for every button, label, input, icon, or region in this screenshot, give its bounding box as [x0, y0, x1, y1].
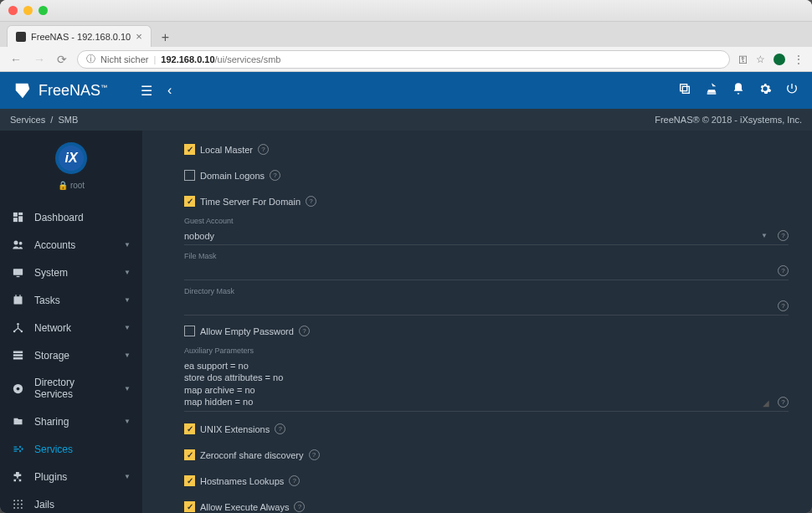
svg-point-25 [18, 500, 19, 501]
sidebar-user[interactable]: 🔒 root [58, 181, 85, 190]
key-icon[interactable]: ⚿ [738, 54, 748, 64]
hostnames-lookups-checkbox[interactable] [184, 475, 195, 486]
lock-icon: 🔒 [58, 181, 68, 190]
power-icon[interactable] [785, 82, 799, 99]
aux-params-label: Auxiliary Parameters [184, 346, 789, 355]
browser-menu-icon[interactable]: ⋮ [794, 54, 804, 65]
help-icon[interactable]: ? [258, 144, 269, 155]
svg-point-7 [19, 242, 23, 245]
sidebar-item-label: Jails [34, 499, 54, 510]
chevron-down-icon: ▼ [124, 351, 131, 359]
star-icon[interactable]: ☆ [756, 54, 765, 65]
help-icon[interactable]: ? [289, 475, 300, 486]
theme-icon[interactable] [705, 82, 718, 99]
sidebar-item-jails[interactable]: Jails [0, 490, 142, 513]
sidebar-item-label: Plugins [34, 471, 67, 483]
directory-mask-input[interactable] [184, 301, 773, 311]
svg-point-27 [13, 504, 15, 505]
help-icon[interactable]: ? [275, 423, 285, 434]
svg-point-32 [21, 507, 23, 509]
svg-rect-8 [13, 269, 23, 275]
help-icon[interactable]: ? [309, 449, 320, 460]
chevron-down-icon: ▼ [124, 385, 131, 392]
zeroconf-checkbox[interactable] [184, 449, 195, 460]
sidebar-logo: iX 🔒 root [0, 131, 142, 197]
window-close-button[interactable] [8, 6, 18, 15]
help-icon[interactable]: ? [299, 326, 310, 336]
svg-rect-2 [13, 213, 18, 217]
info-icon[interactable]: ⓘ [86, 53, 95, 65]
help-icon[interactable]: ? [778, 300, 789, 311]
help-icon[interactable]: ? [294, 501, 305, 512]
settings-icon[interactable] [758, 82, 772, 99]
svg-point-21 [19, 446, 21, 448]
nav-forward-button[interactable]: → [32, 53, 47, 66]
browser-tab[interactable]: FreeNAS - 192.168.0.10 × [7, 25, 152, 47]
sidebar-item-directory-services[interactable]: Directory Services▼ [0, 369, 142, 408]
chevron-down-icon: ▼ [124, 269, 131, 276]
guest-account-select[interactable]: nobody▼? [184, 227, 789, 245]
sidebar-item-accounts[interactable]: Accounts▼ [0, 231, 142, 259]
help-icon[interactable]: ? [778, 265, 789, 276]
window-minimize-button[interactable] [23, 6, 33, 15]
svg-rect-4 [18, 216, 23, 222]
brand-icon [13, 81, 32, 100]
svg-point-23 [19, 450, 21, 452]
allow-execute-label: Allow Execute Always [200, 502, 289, 512]
nav-back-button[interactable]: ← [8, 53, 23, 66]
sidebar-item-services[interactable]: Services [0, 435, 142, 463]
copy-icon[interactable] [678, 82, 691, 99]
local-master-checkbox[interactable] [184, 144, 195, 155]
resize-icon[interactable]: ◢ [763, 398, 773, 408]
window-maximize-button[interactable] [39, 6, 48, 15]
notifications-icon[interactable] [732, 82, 745, 99]
help-icon[interactable]: ? [306, 196, 316, 207]
chevron-down-icon: ▼ [124, 324, 131, 331]
window-titlebar [0, 0, 812, 22]
new-tab-button[interactable]: + [157, 28, 174, 47]
brand-text: FreeNAS [39, 82, 100, 99]
help-icon[interactable]: ? [270, 170, 280, 181]
menu-toggle-icon[interactable]: ☰ [141, 83, 152, 99]
unix-extensions-label: UNIX Extensions [200, 424, 270, 434]
help-icon[interactable]: ? [778, 397, 789, 408]
sidebar-item-sharing[interactable]: Sharing▼ [0, 408, 142, 435]
time-server-checkbox[interactable] [184, 196, 195, 207]
sidebar-item-tasks[interactable]: Tasks▼ [0, 286, 142, 314]
svg-point-20 [17, 387, 20, 390]
svg-rect-10 [14, 296, 23, 304]
nav-reload-button[interactable]: ⟳ [55, 53, 69, 66]
back-icon[interactable]: ‹ [167, 83, 172, 98]
sidebar-username: root [70, 181, 85, 190]
tab-close-icon[interactable]: × [136, 30, 142, 43]
svg-rect-12 [19, 295, 20, 297]
tab-title: FreeNAS - 192.168.0.10 [31, 32, 131, 42]
svg-point-29 [21, 504, 23, 505]
svg-rect-1 [681, 85, 687, 91]
file-mask-input[interactable] [184, 266, 773, 276]
svg-point-28 [18, 504, 19, 505]
allow-execute-checkbox[interactable] [184, 501, 195, 512]
help-icon[interactable]: ? [778, 230, 789, 241]
svg-point-22 [22, 449, 23, 450]
breadcrumb-services[interactable]: Services [10, 115, 45, 125]
sidebar-item-network[interactable]: Network▼ [0, 314, 142, 341]
hostnames-lookups-label: Hostnames Lookups [200, 476, 284, 486]
sidebar-item-system[interactable]: System▼ [0, 259, 142, 286]
unix-extensions-checkbox[interactable] [184, 423, 195, 434]
domain-logons-checkbox[interactable] [184, 170, 195, 181]
sidebar-item-storage[interactable]: Storage▼ [0, 341, 142, 369]
svg-rect-16 [13, 351, 23, 354]
svg-rect-0 [682, 86, 689, 93]
sidebar-item-label: Directory Services [34, 377, 114, 400]
profile-avatar[interactable] [773, 54, 785, 65]
svg-rect-11 [15, 295, 16, 297]
sidebar-item-dashboard[interactable]: Dashboard [0, 203, 142, 231]
chevron-down-icon: ▼ [124, 241, 131, 249]
svg-point-31 [18, 507, 19, 509]
aux-params-textarea[interactable]: ea support = no store dos attributes = n… [184, 360, 763, 408]
browser-toolbar: ← → ⟳ ⓘ Nicht sicher | 192.168.0.10/ui/s… [0, 47, 812, 72]
address-bar[interactable]: ⓘ Nicht sicher | 192.168.0.10/ui/service… [77, 50, 730, 69]
sidebar-item-plugins[interactable]: Plugins▼ [0, 463, 142, 490]
allow-empty-password-checkbox[interactable] [184, 326, 195, 336]
